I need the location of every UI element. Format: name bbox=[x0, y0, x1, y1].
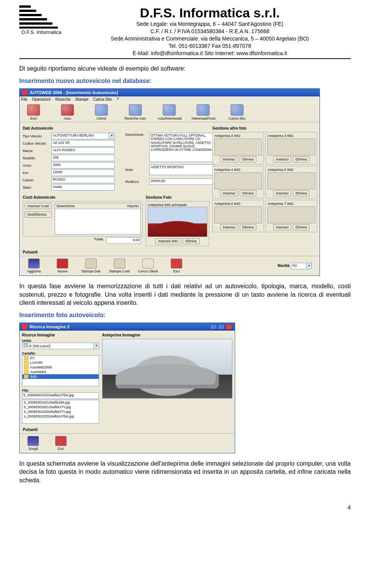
thumb-elimina-button[interactable]: Elimina bbox=[240, 224, 257, 230]
menu-help[interactable]: ? bbox=[116, 97, 119, 101]
esci-button[interactable]: Esci bbox=[50, 436, 72, 451]
thumb-elimina-button[interactable]: Elimina bbox=[293, 224, 310, 230]
list-item[interactable]: s_2006530103316alfa147bis.jpg bbox=[22, 414, 99, 419]
descr-textarea[interactable]: OTTIMA VETTURA FULL OPTIONAL, STEREO CON… bbox=[149, 133, 215, 162]
addr-line-4: Tel. 051-6013387 Fax 051-897078 bbox=[69, 42, 351, 50]
marca-input[interactable]: ALFA ROMEO bbox=[51, 147, 114, 154]
chevron-down-icon: ▾ bbox=[109, 133, 114, 139]
modello-input[interactable]: 156 bbox=[51, 155, 114, 161]
folder-listbox[interactable]: D:\ LAVORI AutoWeb2006 AutoWeb3 fpdb bbox=[22, 355, 99, 386]
menu-operazioni[interactable]: Operazioni bbox=[32, 97, 50, 101]
close-icon bbox=[27, 104, 40, 116]
tb-esci[interactable]: Esci bbox=[22, 104, 45, 120]
folder-icon bbox=[24, 361, 29, 365]
tb-carica-sito[interactable]: Carica Sito bbox=[225, 104, 249, 120]
colore-input[interactable]: ROSSO bbox=[51, 177, 114, 183]
minimize-icon[interactable] bbox=[210, 324, 217, 329]
thumb-inserisci-button[interactable]: Inserisci bbox=[273, 190, 291, 196]
stampa-costi-button[interactable]: Stampa Costi bbox=[108, 259, 131, 273]
esci-button[interactable]: Esci bbox=[165, 259, 188, 273]
group-pulsanti-title: Pulsanti bbox=[20, 250, 320, 254]
tb-auto[interactable]: Auto bbox=[56, 104, 79, 120]
thumb-5: Anteprima 5 IMGInserisciElimina bbox=[266, 166, 317, 198]
menu-stampe[interactable]: Stampe bbox=[75, 97, 88, 101]
list-item[interactable]: D:\ bbox=[22, 356, 99, 360]
thumb-elimina-button[interactable]: Elimina bbox=[293, 156, 310, 162]
window-titlebar: Ricerca Immagine 2 bbox=[20, 323, 235, 331]
auto-interest-icon bbox=[163, 104, 176, 116]
list-item[interactable]: fpdb bbox=[22, 374, 99, 379]
maximize-icon[interactable] bbox=[218, 324, 225, 329]
main-toolbar: Esci Auto Clienti Ricerche Auto Auto/Int… bbox=[20, 102, 320, 122]
list-item[interactable]: b_2006530182133alfaGTV.jpg bbox=[22, 405, 99, 409]
list-item[interactable]: b_2006530182120alfa156.jpg bbox=[22, 400, 99, 405]
folder-icon bbox=[24, 370, 29, 374]
section-2-title: Inserimento foto autoveicolo: bbox=[19, 312, 351, 319]
km-input[interactable]: 12000 bbox=[51, 169, 114, 176]
cerca-clienti-button[interactable]: Cerca Clienti bbox=[137, 259, 159, 273]
tb-interessati-auto[interactable]: Interessati/Auto bbox=[192, 104, 215, 120]
list-item[interactable]: b_2006530182528alfaGTV.jpg bbox=[22, 409, 99, 414]
unita-select[interactable]: d: [Siti-Lavori] ▾ bbox=[22, 343, 99, 349]
novita-label: Novità bbox=[278, 264, 289, 268]
mod-elimina-button[interactable]: Mod/Elimina bbox=[25, 211, 52, 218]
tb-auto-interessati[interactable]: Auto/Interessati bbox=[158, 104, 181, 120]
company-name: D.F.S. Informatica s.r.l. bbox=[69, 5, 351, 20]
search-car-icon bbox=[129, 104, 142, 116]
addr-line-1: Sede Legale: via Montegrappa, 6 – 44047 … bbox=[69, 20, 351, 28]
window-title: AUTOWEB 2006 - [Inserimento Autoveicolo] bbox=[30, 90, 118, 95]
file-input[interactable]: b_2006530103316alfa147bis.jpg bbox=[22, 392, 99, 399]
novita-select[interactable]: No▾ bbox=[291, 263, 312, 269]
menu-carica-sito[interactable]: Carica Sito bbox=[93, 97, 112, 101]
foto-caption: Anteprima IMG principale bbox=[148, 203, 207, 207]
thumb-inserisci-button[interactable]: Inserisci bbox=[220, 190, 238, 196]
tb-clienti[interactable]: Clienti bbox=[90, 104, 113, 120]
thumb-elimina-button[interactable]: Elimina bbox=[240, 156, 257, 162]
thumb-3: Anteprima 3 IMGInserisciElimina bbox=[266, 132, 317, 164]
menu-ricerche[interactable]: Ricerche bbox=[55, 97, 70, 101]
list-item[interactable]: AutoWeb2006 bbox=[22, 365, 99, 370]
thumb-inserisci-button[interactable]: Inserisci bbox=[273, 156, 291, 162]
menu-bar[interactable]: File Operazioni Ricerche Stampe Carica S… bbox=[20, 96, 320, 102]
stampa-dati-button[interactable]: Stampa Dati bbox=[80, 259, 102, 273]
printer-icon bbox=[114, 259, 125, 269]
note-textarea[interactable]: ASSETTO SPORTIVO bbox=[149, 164, 215, 175]
km-label: Km: bbox=[23, 171, 50, 175]
note-label: Note: bbox=[125, 168, 148, 172]
thumb-elimina-button[interactable]: Elimina bbox=[240, 190, 257, 196]
scegli-button[interactable]: Scegli bbox=[22, 436, 44, 451]
screenshot-ricerca-immagine: Ricerca Immagine 2 Ricerca Immagine Unit… bbox=[19, 323, 235, 453]
window-controls bbox=[210, 324, 232, 329]
anno-input[interactable]: 2000 bbox=[51, 162, 114, 169]
aggiorna-button[interactable]: Aggiorna bbox=[23, 259, 45, 273]
colore-label: Colore: bbox=[23, 178, 50, 182]
modello-label: Modello: bbox=[23, 156, 50, 160]
cartelle-label: Cartelle: bbox=[22, 351, 99, 355]
elimina-img-button[interactable]: Elimina bbox=[183, 238, 200, 244]
inserisci-img-button[interactable]: Inserisci IMG bbox=[155, 238, 181, 244]
save-icon bbox=[28, 259, 40, 269]
thumb-inserisci-button[interactable]: Inserisci bbox=[273, 224, 291, 230]
thumb-inserisci-button[interactable]: Inserisci bbox=[220, 224, 238, 230]
totale-label: Totale: bbox=[94, 237, 104, 244]
app-icon bbox=[22, 324, 27, 329]
screenshot-autoweb: AUTOWEB 2006 - [Inserimento Autoveicolo]… bbox=[19, 88, 320, 276]
thumb-inserisci-button[interactable]: Inserisci bbox=[220, 156, 238, 162]
list-item[interactable]: LAVORI bbox=[22, 360, 99, 365]
inserisci-costi-button[interactable]: Inserisci Costi bbox=[25, 203, 52, 209]
pulsanti-label: Pulsanti bbox=[20, 427, 235, 432]
tb-ricerche-auto[interactable]: Ricerche Auto bbox=[124, 104, 147, 120]
list-item[interactable]: AutoWeb3 bbox=[22, 370, 99, 374]
stato-input[interactable]: Usata bbox=[51, 184, 114, 191]
thumb-elimina-button[interactable]: Elimina bbox=[293, 190, 310, 196]
close-icon[interactable] bbox=[225, 324, 232, 329]
realizzo-input[interactable]: 25000,00 bbox=[149, 178, 215, 185]
file-listbox[interactable]: b_2006530182120alfa156.jpg b_20065301821… bbox=[22, 400, 99, 424]
menu-file[interactable]: File bbox=[21, 97, 27, 101]
window-title: Ricerca Immagine 2 bbox=[30, 324, 69, 329]
nuova-button[interactable]: Nuova bbox=[51, 259, 74, 273]
codice-input[interactable]: A8 123 VR bbox=[51, 140, 114, 147]
car-icon bbox=[57, 259, 68, 269]
tipo-select[interactable]: AUTOVETTURA BERLINA▾ bbox=[51, 133, 114, 139]
drive-icon bbox=[24, 343, 28, 347]
